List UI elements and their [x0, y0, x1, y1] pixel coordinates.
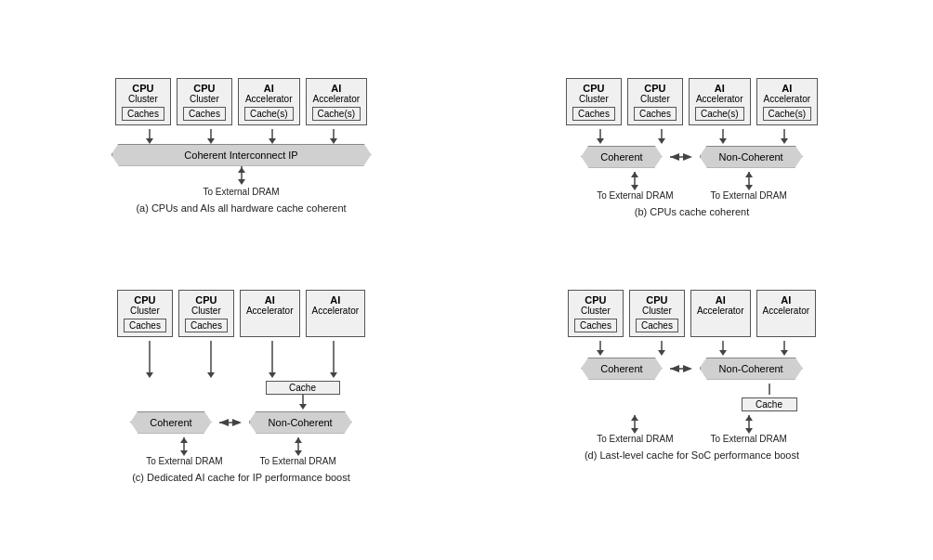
dram-right-c: To External DRAM	[260, 437, 336, 466]
arrow-3-b	[695, 129, 751, 144]
svg-marker-9	[238, 179, 245, 185]
ext-dram-a: To External DRAM	[203, 187, 279, 197]
unit-title: AI	[763, 294, 810, 306]
dram-right-d: To External DRAM	[711, 415, 787, 444]
ai-accel-2-a: AI Accelerator Cache(s)	[306, 78, 368, 125]
cpu-cluster-2-b: CPU Cluster Caches	[627, 78, 683, 125]
unit-sub: Cluster	[183, 94, 226, 104]
unit-title: AI	[312, 83, 361, 94]
svg-marker-48	[597, 350, 604, 356]
unit-sub: Accelerator	[763, 94, 812, 104]
dram-row-b: To External DRAM To External DRAM	[597, 172, 787, 201]
dual-banner-b: Coherent Non-Coherent	[581, 146, 802, 168]
svg-marker-52	[719, 350, 727, 356]
cpu-cluster-1-a: CPU Cluster Caches	[115, 78, 171, 125]
cache-below-d: Cache	[742, 384, 797, 411]
arrow-cpu2-c	[183, 341, 239, 378]
arrow-cache-down-c	[242, 395, 364, 410]
coherent-banner-d: Coherent	[581, 358, 662, 380]
arrow-ai1-c	[244, 341, 300, 378]
diagram-b: CPU Cluster Caches CPU Cluster Caches AI…	[471, 78, 913, 271]
units-row-a: CPU Cluster Caches CPU Cluster Caches AI…	[115, 78, 367, 125]
coherent-banner-c: Coherent	[130, 411, 211, 434]
cache-box: Cache(s)	[695, 107, 744, 121]
svg-marker-39	[232, 419, 242, 426]
diagram-d: CPU Cluster Caches CPU Cluster Caches AI…	[471, 290, 913, 483]
units-row-b: CPU Cluster Caches CPU Cluster Caches AI…	[566, 78, 818, 125]
ai-accel-1-d: AI Accelerator	[690, 290, 751, 337]
arrow-4-b	[756, 129, 812, 144]
dram-arrow-a	[237, 166, 246, 185]
unit-sub: Cluster	[574, 306, 617, 316]
unit-sub: Accelerator	[697, 306, 744, 316]
diagram-a: CPU Cluster Caches CPU Cluster Caches AI…	[20, 78, 462, 271]
svg-marker-61	[631, 415, 638, 421]
dram-label-left-c: To External DRAM	[146, 456, 222, 466]
svg-marker-1	[146, 138, 153, 144]
noncoherent-banner-d: Non-Coherent	[700, 358, 803, 380]
svg-marker-12	[597, 138, 604, 144]
cpu-cluster-2-c: CPU Cluster Caches	[178, 290, 234, 337]
svg-marker-56	[683, 365, 692, 372]
arrow-4-a	[306, 129, 361, 144]
unit-title: AI	[246, 294, 294, 306]
svg-marker-37	[299, 404, 307, 410]
svg-marker-5	[269, 138, 276, 144]
unit-sub: Cluster	[124, 306, 166, 316]
arrows-d	[572, 341, 812, 356]
unit-title: CPU	[634, 83, 677, 94]
cpu-cluster-1-d: CPU Cluster Caches	[568, 290, 624, 337]
unit-title: CPU	[124, 294, 166, 306]
diagram-d-content: CPU Cluster Caches CPU Cluster Caches AI…	[471, 290, 913, 444]
ai-cache-row-c: Cache	[119, 378, 364, 395]
unit-title: CPU	[574, 294, 617, 306]
ai-accel-2-c: AI Accelerator	[306, 290, 366, 337]
arrow-ai2-c	[306, 341, 361, 378]
arrow-1-d	[572, 341, 628, 356]
arrow-cpu1-c	[122, 341, 177, 378]
dram-left-c: To External DRAM	[146, 437, 222, 466]
units-row-c: CPU Cluster Caches CPU Cluster Caches AI…	[117, 290, 365, 337]
caption-a: (a) CPUs and AIs all hardware cache cohe…	[136, 202, 346, 214]
cache-box: Caches	[122, 107, 164, 121]
svg-marker-46	[295, 437, 302, 443]
arrow-3-a	[244, 129, 300, 144]
cache-box: Caches	[185, 319, 228, 332]
h-arrow-c	[219, 417, 242, 428]
dual-banner-c: Coherent Non-Coherent	[130, 411, 351, 434]
arrow-1-a	[122, 129, 177, 144]
unit-title: CPU	[183, 83, 226, 94]
diagram-a-content: CPU Cluster Caches CPU Cluster Caches AI…	[20, 78, 462, 197]
units-row-d: CPU Cluster Caches CPU Cluster Caches AI…	[568, 290, 816, 337]
cache-box: Cache(s)	[763, 107, 812, 121]
unit-sub: Accelerator	[763, 306, 810, 316]
svg-marker-24	[631, 172, 638, 177]
dual-banner-d: Coherent Non-Coherent	[581, 358, 802, 380]
unit-sub: Accelerator	[695, 94, 744, 104]
svg-marker-57	[670, 365, 679, 372]
unit-title: AI	[312, 294, 360, 306]
dram-left-b: To External DRAM	[597, 172, 673, 201]
cache-box: Caches	[183, 107, 226, 121]
dram-label-left-d: To External DRAM	[597, 434, 673, 444]
h-arrow-b	[670, 151, 692, 163]
svg-marker-16	[719, 138, 727, 144]
cache-box: Caches	[572, 107, 615, 121]
dram-label-right-b: To External DRAM	[711, 190, 787, 201]
cache-box: Caches	[634, 107, 677, 121]
unit-title: AI	[695, 83, 744, 94]
svg-marker-7	[330, 138, 337, 144]
dram-right-b: To External DRAM	[711, 172, 787, 201]
unit-sub: Accelerator	[312, 306, 360, 316]
coherent-banner-b: Coherent	[581, 146, 662, 168]
arrow-2-d	[634, 341, 690, 356]
unit-sub: Cluster	[636, 306, 678, 316]
unit-title: AI	[244, 83, 294, 94]
svg-marker-14	[658, 138, 665, 144]
caption-c: (c) Dedicated AI cache for IP performanc…	[132, 472, 350, 483]
cpu-cluster-2-d: CPU Cluster Caches	[629, 290, 685, 337]
ai-cache-c: Cache	[266, 381, 340, 395]
arrows-mixed-c	[122, 341, 361, 378]
cache-box: Caches	[636, 319, 678, 332]
svg-marker-10	[238, 167, 245, 173]
